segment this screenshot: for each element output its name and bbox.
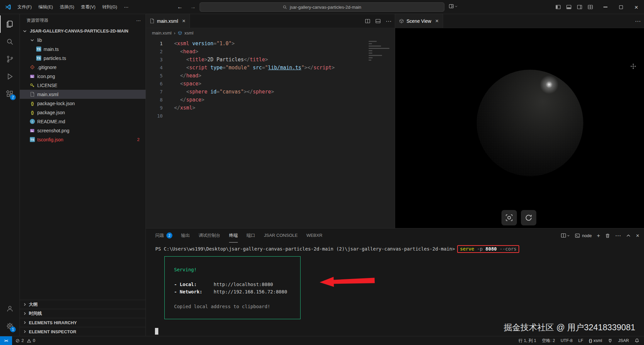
file-label: main.ts [44,47,59,52]
tree-item-tsconfig.json[interactable]: TStsconfig.json2 [20,135,146,144]
menu-f[interactable]: 文件(F) [14,2,35,12]
activity-settings[interactable]: 1 [0,317,19,335]
menu-overflow-icon[interactable]: ⋯ [120,4,132,10]
scene-3d-viewport[interactable] [395,28,644,228]
menu-e[interactable]: 编辑(E) [35,2,56,12]
menu-g[interactable]: 转到(G) [99,2,121,12]
move-gizmo-icon[interactable] [630,63,637,70]
layout-dropdown-icon[interactable] [449,4,458,9]
url-link[interactable]: http://192.168.156.72:8080 [214,288,287,295]
sidebar-section-elementinspector[interactable]: ELEMENT INSPECTOR [20,327,146,336]
explorer-more-icon[interactable]: ⋯ [136,18,141,23]
tree-item-package-lock.json[interactable]: {}package-lock.json [20,99,146,108]
tree-item-main.ts[interactable]: TSmain.ts [20,45,146,54]
sidebar-section-[interactable]: 大纲 [20,300,146,309]
url-link[interactable]: http://localhost:8080 [214,281,273,288]
watermark: 掘金技术社区 @ 用户32418339081 [504,322,635,333]
info-file-icon: i [29,119,36,124]
bell-icon[interactable] [635,338,639,343]
activity-extensions[interactable]: 2 [0,85,19,102]
panel-tab-jsarconsole[interactable]: JSAR CONSOLE [264,228,298,243]
cursor-position[interactable]: 行 1, 列 1 [519,338,536,344]
split-editor-icon[interactable] [365,18,370,24]
nav-forward-icon[interactable]: → [190,4,196,10]
status-bar: >< 2 0 行 1, 列 1 空格: 2 UTF-8 LF {} xsml J… [0,336,644,345]
active-terminal-item[interactable]: node [575,233,592,238]
plug-icon[interactable] [608,338,612,343]
toggle-secondary-sidebar-icon[interactable] [577,4,582,10]
sidebar-section-elementshirarchy[interactable]: ELEMENTS HIRARCHY [20,318,146,327]
breadcrumb[interactable]: main.xsml › xsml [146,28,395,38]
tree-item-.gitignore[interactable]: .gitignore [20,63,146,72]
toggle-layout-icon[interactable] [375,18,381,24]
panel-tab-[interactable]: 终端 [229,228,238,243]
file-label: README.md [37,119,65,124]
tree-item-lib[interactable]: lib [20,36,146,45]
remote-indicator[interactable]: >< [0,336,12,345]
trash-icon[interactable] [605,233,610,238]
maximize-panel-icon[interactable] [626,233,631,238]
activity-search[interactable] [0,33,19,50]
panel-tab-webxr[interactable]: WEBXR [306,228,322,243]
chevron-right-icon [22,302,27,307]
toggle-panel-icon[interactable] [566,4,572,10]
tab-main-xsml[interactable]: main.xsml × [146,14,190,28]
panel-tab-[interactable]: 端口 [247,228,255,243]
new-terminal-icon[interactable]: + [597,233,600,238]
activity-account[interactable] [0,300,19,317]
nav-back-icon[interactable]: ← [177,4,183,10]
refresh-button[interactable] [521,210,536,225]
more-actions-icon[interactable]: ⋯ [635,18,641,24]
tree-root[interactable]: JSAR-GALLERY-CANVAS-PARTICLES-2D-MAIN [20,26,146,36]
panel-tab-[interactable]: 问题2 [155,228,172,243]
close-panel-icon[interactable]: × [636,233,639,238]
activity-source-control[interactable] [0,50,19,68]
eol-sequence[interactable]: LF [578,338,583,343]
menu-s[interactable]: 选择(S) [56,2,77,12]
breadcrumb-symbol[interactable]: xsml [184,30,194,36]
panel-tab-[interactable]: 输出 [181,228,190,243]
panel-tab-[interactable]: 调试控制台 [199,228,220,243]
tab-scene-view[interactable]: Scene View × [395,14,443,28]
language-mode[interactable]: {} xsml [589,338,602,343]
sidebar-section-[interactable]: 时间线 [20,309,146,318]
activity-explorer[interactable] [0,15,19,33]
menu-v[interactable]: 查看(V) [77,2,99,12]
minimap[interactable] [369,41,391,62]
maximize-button[interactable] [613,0,629,14]
customize-layout-icon[interactable] [588,4,593,10]
tree-item-particles.ts[interactable]: TSparticles.ts [20,54,146,63]
json-file-icon: {} [29,110,36,115]
terminal-split-icon[interactable] [561,233,570,238]
indentation[interactable]: 空格: 2 [542,338,555,344]
command-center-search[interactable]: jsar-gallery-canvas-particles-2d-main [200,2,444,12]
tree-item-main.xsml[interactable]: main.xsml [20,90,146,99]
git-file-icon [29,65,36,69]
file-label: lib [37,38,42,43]
panel-tabs: 问题2输出调试控制台终端端口JSAR CONSOLEWEBXR [155,228,322,243]
more-actions-icon[interactable]: ⋯ [386,18,391,24]
toggle-primary-sidebar-icon[interactable] [555,4,561,10]
tab-close-icon[interactable]: × [435,18,439,24]
more-actions-icon[interactable]: ⋯ [615,233,621,238]
close-button[interactable]: × [629,0,644,14]
minimize-button[interactable] [598,0,613,14]
tree-item-screenshot.png[interactable]: screenshot.png [20,126,146,135]
tree-item-package.json[interactable]: {}package.json [20,108,146,117]
jsar-status[interactable]: JSAR [618,338,629,343]
ar-capture-button[interactable] [501,210,517,225]
encoding[interactable]: UTF-8 [561,338,573,343]
tab-close-icon[interactable]: × [182,18,185,24]
tab-label: main.xsml [157,18,178,24]
tree-item-LICENSE[interactable]: LICENSE [20,81,146,90]
tree-item-icon.png[interactable]: icon.png [20,72,146,81]
activity-run-debug[interactable] [0,68,19,85]
statusbar-right: 行 1, 列 1 空格: 2 UTF-8 LF {} xsml JSAR [519,338,644,344]
file-file-icon [29,92,36,97]
problems-status[interactable]: 2 0 [15,338,35,343]
code-editor[interactable]: 1<xsml version="1.0">2 <head>3 <title>2D… [146,38,395,228]
tree-item-README.md[interactable]: iREADME.md [20,117,146,126]
symbol-icon [178,31,182,35]
breadcrumb-file[interactable]: main.xsml [152,30,172,36]
file-label: icon.png [37,74,55,79]
